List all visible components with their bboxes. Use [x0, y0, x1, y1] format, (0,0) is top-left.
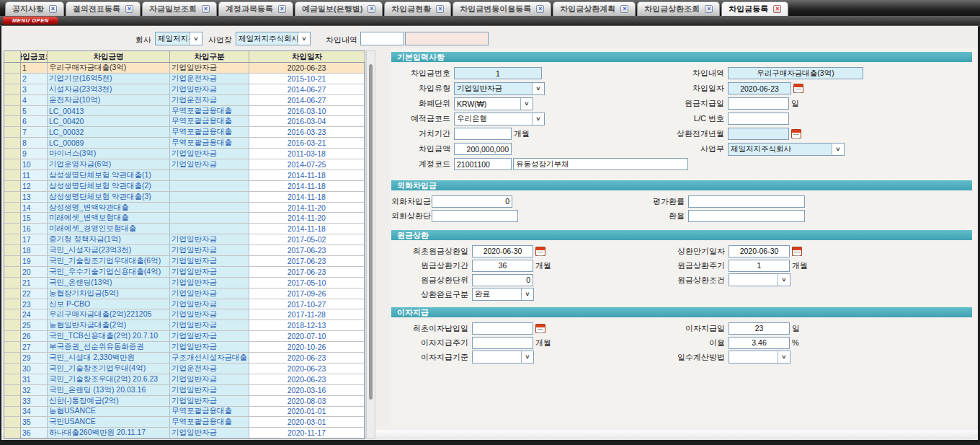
table-row[interactable]: 26국민_TCB신용대출(2억) 20.7.10기업일반자금2020-07-10 [4, 331, 365, 342]
table-row[interactable]: 9마이너스(3억)기업일반자금2011-03-18 [4, 149, 365, 159]
tab[interactable]: 예금일보(은행별)× [295, 1, 383, 16]
maturity-date-input[interactable]: 2020-06-30 [729, 245, 790, 257]
table-row[interactable]: 36하나대출260백만원 20.11.17기업일반자금2020-11-17 [4, 428, 365, 439]
table-row[interactable]: 14삼성생명_변액약관대출2014-11-20 [4, 203, 365, 213]
menu-open-button[interactable]: MENU OPEN [3, 17, 58, 25]
table-row[interactable]: 35국민USANCE무역포괄금융대출2020-03-01 [4, 417, 365, 428]
table-row[interactable]: 34농협USANCE무역포괄금융대출2020-01-01 [4, 407, 365, 418]
table-row[interactable]: 1우리구매자금대출(3억)기업일반자금2020-06-23 [4, 63, 365, 74]
table-row[interactable]: 17중기청 정책자금(1억)기업일반자금2017-05-02 [4, 234, 365, 245]
table-row[interactable]: 31국민_기술창조우대(2억) 20.6.23기업일반자금2020-06-23 [4, 374, 365, 385]
table-row[interactable]: 4운전자금(10억)기업운전자금2014-06-27 [4, 95, 365, 106]
tab[interactable]: 차입금상환조회× [637, 1, 720, 16]
table-row[interactable]: 20국민_우수기술기업신용대출(4억)기업일반자금2017-06-23 [4, 267, 365, 278]
table-row[interactable]: 21국민_온랜딩(13억)기업일반자금2017-05-10 [4, 278, 365, 288]
first-interest-date-input[interactable] [472, 322, 533, 335]
loan-no-field[interactable]: 1 [454, 67, 542, 79]
table-row[interactable]: 5LC_00413무역포괄금융대출2016-03-10 [4, 106, 365, 117]
fx-amount-input[interactable]: 0 [432, 195, 512, 208]
tab-close-icon[interactable]: × [368, 5, 375, 13]
interest-cycle-input[interactable] [472, 337, 533, 349]
principal-pay-day-input[interactable] [728, 97, 789, 110]
repay-period-input[interactable]: 36 [472, 260, 533, 272]
table-row[interactable]: 25농협일반자금대출(2억)기업일반자금2018-12-13 [4, 320, 365, 331]
site-select[interactable]: 제일저지주식회사 ˅ [236, 32, 311, 45]
tab-close-icon[interactable]: × [536, 5, 544, 13]
first-repay-date-input[interactable]: 2020-06-30 [472, 245, 533, 257]
loan-desc-search-input[interactable] [360, 32, 404, 45]
tab-close-icon[interactable]: × [278, 5, 286, 13]
fx-repay-unit-input[interactable] [432, 210, 518, 222]
loan-desc-field[interactable]: 우리구매자금대출(3억) [728, 67, 863, 79]
table-row[interactable]: 7LC_00032무역포괄금융대출2016-03-23 [4, 127, 365, 138]
table-row[interactable]: 33신한(-)통장예금(2억)기업일반자금2020-08-03 [4, 396, 365, 407]
table-row[interactable]: 22농협장기차입금(5억)기업일반자금2017-09-26 [4, 288, 365, 299]
calendar-icon[interactable] [791, 129, 801, 138]
table-row[interactable]: 23신보 P-CBO기업일반자금2017-10-27 [4, 299, 365, 310]
repay-cycle-input[interactable]: 1 [729, 260, 790, 272]
tab[interactable]: 공지사항× [5, 1, 64, 16]
table-row[interactable]: 2기업기보(16억5천)기업운전자금2015-10-21 [4, 74, 365, 84]
repay-unit-input[interactable]: 0 [472, 274, 533, 286]
table-scrollbar[interactable] [366, 50, 375, 439]
table-row[interactable]: 32국민_온랜딩 (13억) 20.03.16기업일반자금2020-03-16 [4, 385, 365, 396]
table-row[interactable]: 18국민_시설자금(23억3천)기업일반자금2017-06-23 [4, 245, 365, 256]
tab[interactable]: 차입금상환계획× [553, 1, 636, 16]
eval-rate-input[interactable] [688, 195, 805, 208]
deposit-code-select[interactable]: 우리은행 ˅ [454, 113, 545, 125]
calendar-icon[interactable] [535, 247, 545, 256]
table-row[interactable]: 8LC_00089무역포괄금융대출2016-03-21 [4, 138, 365, 149]
calendar-icon[interactable] [535, 324, 545, 333]
table-row[interactable]: 15미래에셋_변액보험대출2014-11-20 [4, 213, 365, 224]
table-row[interactable]: 29국민_시설대 2,330백만원구조개선시설자금대출2020-06-23 [4, 353, 365, 364]
tab-close-icon[interactable]: × [49, 5, 57, 13]
interest-pay-day-input[interactable]: 23 [729, 322, 790, 335]
table-row[interactable]: 11삼성생명단체보험 약관대출(1)2014-11-18 [4, 170, 365, 181]
table-row[interactable]: 12삼성생명단체보험 약관대출(2)2014-11-18 [4, 181, 365, 192]
exchange-rate-input[interactable] [688, 210, 805, 222]
table-row[interactable]: 3시설자금(23억3천)기업일반자금2014-06-27 [4, 84, 365, 95]
tab-close-icon[interactable]: × [773, 5, 781, 13]
interest-rate-input[interactable]: 3.46 [729, 337, 790, 349]
tab[interactable]: 차입금변동이율등록× [453, 1, 551, 16]
table-row[interactable]: 19국민_기술창조기업우대대출(6억)기업일반자금2017-06-23 [4, 256, 365, 267]
table-row[interactable]: 30국민_기술창조기업우대(4억)기업운전자금2020-06-23 [4, 364, 365, 374]
tab-close-icon[interactable]: × [705, 5, 713, 13]
tab[interactable]: 차입금현황× [384, 1, 451, 16]
table-row[interactable]: 6LC_00420무역포괄금융대출2016-03-04 [4, 116, 365, 127]
company-select[interactable]: 제일저지주식회사 ˅ [155, 32, 202, 45]
table-row[interactable]: 27부국증권_선순위유동화증권기업일반자금2020-10-26 [4, 342, 365, 353]
currency-select[interactable]: KRW(₩) ˅ [454, 97, 533, 110]
lc-number-input[interactable] [728, 113, 789, 125]
table-row[interactable]: 16미래에셋_경영인보험대출2014-11-18 [4, 224, 365, 234]
tab[interactable]: 결의전표등록× [66, 1, 141, 16]
calendar-icon[interactable] [792, 247, 802, 256]
header-date[interactable]: 차입일자 [249, 51, 365, 62]
tab-close-icon[interactable]: × [202, 5, 210, 13]
table-row[interactable]: 24우리구매자금대출(2억)221205기업일반자금2017-11-28 [4, 309, 365, 320]
scrollbar-thumb[interactable] [369, 64, 373, 400]
tab[interactable]: 계정과목등록× [218, 1, 293, 16]
header-type[interactable]: 차입구분 [170, 51, 249, 62]
loan-amount-input[interactable]: 200,000,000 [454, 143, 512, 155]
calendar-icon[interactable] [793, 84, 803, 93]
tab[interactable]: 차입금등록× [721, 1, 788, 16]
repay-complete-select[interactable]: 완료 ˅ [472, 288, 534, 301]
tab[interactable]: 자금일보조회× [142, 1, 217, 16]
tab-close-icon[interactable]: × [436, 5, 444, 13]
loan-date-input[interactable]: 2020-06-23 [728, 82, 791, 94]
table-row[interactable]: 10기업운영자금(6억)기업일반자금2014-07-25 [4, 159, 365, 170]
header-code[interactable]: 차입금코드 [21, 51, 48, 62]
loan-type-select[interactable]: 기업일반자금 ˅ [454, 82, 545, 95]
account-name-input[interactable]: 유동성장기부채 [513, 158, 688, 170]
header-name[interactable]: 차입금명 [48, 51, 170, 62]
tab-close-icon[interactable]: × [620, 5, 628, 13]
repay-condition-select[interactable]: ˅ [729, 273, 790, 286]
day-count-select[interactable]: ˅ [729, 351, 790, 364]
interest-basis-select[interactable]: ˅ [472, 351, 534, 364]
table-row[interactable]: 13삼성생명단체보험 약관대출(3)2014-11-18 [4, 192, 365, 203]
pre-repay-ym-input[interactable] [728, 128, 789, 140]
division-select[interactable]: 제일저지주식회사 ˅ [728, 143, 845, 156]
tab-close-icon[interactable]: × [125, 5, 133, 13]
account-code-input[interactable]: 21001100 [454, 158, 512, 170]
